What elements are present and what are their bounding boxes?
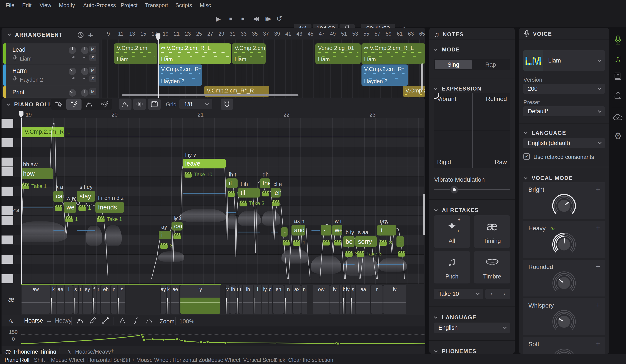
- phoneme-cell-t[interactable]: t: [78, 285, 82, 314]
- phoneme-cell-s[interactable]: s: [73, 285, 78, 314]
- tab-phonemetiming[interactable]: æPhoneme Timing: [5, 348, 56, 354]
- volume-knob[interactable]: [68, 46, 77, 55]
- menu-file[interactable]: File: [6, 2, 14, 8]
- note-be[interactable]: be: [343, 236, 354, 247]
- piano-roll-clip-tab[interactable]: V.Cmp.2.cm_R_L: [22, 127, 64, 137]
- voice-language-chevron[interactable]: [524, 131, 528, 134]
- key-row[interactable]: [1, 235, 21, 245]
- rail-settings-button[interactable]: ⚙: [612, 130, 624, 142]
- clip-V.Cmp.2.cm[interactable]: V.Cmp.2.cmLiam: [114, 43, 157, 64]
- take-badge[interactable]: Take 1: [22, 183, 47, 189]
- clip-V.Cmp.2.cm_R[interactable]: V.Cmp.2.cm_RLiam: [232, 43, 266, 64]
- history-icon[interactable]: [77, 31, 85, 39]
- retake-timbre-card[interactable]: Timbre: [474, 251, 510, 283]
- note-how[interactable]: how: [21, 168, 53, 179]
- take-badge[interactable]: [283, 240, 290, 245]
- take-badge[interactable]: Take 3: [357, 251, 382, 257]
- white-key[interactable]: [1, 235, 13, 244]
- knob-bright[interactable]: [548, 192, 580, 218]
- white-key[interactable]: [1, 187, 13, 196]
- piano-roll-ruler[interactable]: 1920212223: [21, 110, 424, 118]
- pan-knob[interactable]: [80, 89, 89, 97]
- note-we[interactable]: we: [64, 202, 76, 213]
- phoneme-cell-ih[interactable]: ih: [230, 285, 236, 314]
- voice-avatar[interactable]: LM: [523, 50, 544, 71]
- note-leave[interactable]: leave: [183, 159, 226, 168]
- note-and[interactable]: and: [291, 225, 305, 235]
- snap-magnet-button[interactable]: [221, 99, 233, 110]
- phoneme-cell-ih[interactable]: ih: [242, 285, 253, 314]
- piano-roll-collapse-chevron[interactable]: [7, 102, 10, 106]
- phoneme-cell-t[interactable]: t: [239, 285, 242, 314]
- record-button[interactable]: ●: [238, 14, 248, 23]
- phoneme-cell-z[interactable]: z: [117, 285, 126, 314]
- arrangement-ruler[interactable]: 9111315171921232527293133353739414345474…: [102, 28, 424, 39]
- vocal-mode-bright[interactable]: Bright+: [523, 182, 605, 219]
- key-row[interactable]: [1, 255, 21, 264]
- phoneme-cell-iy[interactable]: iy: [262, 285, 268, 314]
- key-row[interactable]: [1, 118, 21, 128]
- take-badge[interactable]: [262, 191, 269, 197]
- phoneme-cell-f[interactable]: f: [92, 285, 96, 314]
- note-sorry[interactable]: sorry: [355, 236, 377, 247]
- note-the[interactable]: the: [260, 178, 270, 188]
- note-friends[interactable]: friends: [95, 202, 124, 213]
- retake-all-card[interactable]: ✦++All: [434, 215, 470, 248]
- menu-misc[interactable]: Misc: [200, 2, 211, 8]
- scurve-shape-tool[interactable]: [133, 317, 138, 324]
- knob-add-button[interactable]: +: [596, 224, 600, 232]
- phoneme-cell-eh[interactable]: eh: [101, 285, 111, 314]
- phoneme-cell-s[interactable]: s: [351, 285, 355, 314]
- volume-knob[interactable]: [68, 89, 77, 97]
- mode-rap-button[interactable]: Rap: [472, 60, 509, 69]
- take-badge[interactable]: 1: [293, 240, 305, 246]
- vocal-mode-soft[interactable]: Soft+: [523, 337, 605, 354]
- play-button[interactable]: ▶: [213, 14, 223, 23]
- phoneme-cell-n[interactable]: n: [301, 285, 307, 314]
- draw-pitch-tool[interactable]: [97, 99, 112, 110]
- take-badge[interactable]: [322, 240, 330, 245]
- vocal-mode-heavy[interactable]: Heavy∿+: [523, 221, 605, 258]
- phoneme-cell-aa[interactable]: aa: [356, 285, 371, 314]
- mode-section-chevron[interactable]: [434, 47, 438, 51]
- voice-language-select[interactable]: English (default): [523, 138, 605, 148]
- param-curve-point[interactable]: [141, 335, 145, 338]
- take-badge[interactable]: 1: [78, 205, 91, 211]
- solo-button[interactable]: S: [89, 75, 96, 82]
- clip-V.Cmp.2.cm_R*[interactable]: V.Cmp.2.cm_R*Hayden 2: [361, 65, 408, 86]
- clip-V.Cmp.2.cm_R*[interactable]: V.Cmp.2.cm_R*Hayden 2: [158, 65, 202, 86]
- zoom-value[interactable]: 100%: [179, 318, 194, 325]
- knob-rounded[interactable]: [548, 269, 580, 296]
- param-curve-point[interactable]: [336, 342, 340, 345]
- knob-add-button[interactable]: +: [596, 339, 600, 348]
- tab-hoarseheavy[interactable]: ∿Hoarse/Heavy: [67, 348, 111, 354]
- param-curve-point[interactable]: [183, 339, 187, 343]
- note-can[interactable]: can: [53, 191, 64, 202]
- note-it[interactable]: it: [226, 178, 237, 188]
- take-badge[interactable]: [173, 233, 181, 239]
- take-badge[interactable]: Take 3: [239, 200, 265, 206]
- preset-select[interactable]: Default*: [523, 106, 605, 116]
- solo-button[interactable]: S: [89, 54, 96, 61]
- phoneme-cell-ey[interactable]: ey: [83, 285, 92, 314]
- phoneme-cell-aw[interactable]: aw: [21, 285, 50, 314]
- rail-library-button[interactable]: [612, 70, 624, 82]
- mute-button[interactable]: M: [89, 46, 96, 53]
- note-[interactable]: -: [321, 225, 331, 235]
- phoneme-cell-ae[interactable]: ae: [57, 285, 64, 314]
- note-[interactable]: -: [281, 227, 288, 237]
- phoneme-cell-t[interactable]: t: [236, 285, 239, 314]
- white-key[interactable]: [1, 206, 13, 215]
- note-til[interactable]: til: [238, 188, 260, 198]
- param-selector[interactable]: Hoarse ↔ Heavy: [24, 317, 72, 324]
- key-row[interactable]: [1, 177, 21, 186]
- knob-soft[interactable]: [548, 346, 580, 354]
- phoneme-cell-ow[interactable]: ow: [313, 285, 330, 314]
- take-badge[interactable]: [55, 205, 62, 211]
- mode-sing-button[interactable]: Sing: [435, 60, 472, 69]
- expression-xy-pad[interactable]: Vibrant Refined Rigid Raw: [434, 93, 510, 168]
- take-badge[interactable]: 1: [65, 216, 78, 222]
- param-curve-point[interactable]: [224, 341, 227, 344]
- phoneme-cell-cl[interactable]: cl: [269, 285, 273, 314]
- param-curve-point[interactable]: [199, 341, 203, 344]
